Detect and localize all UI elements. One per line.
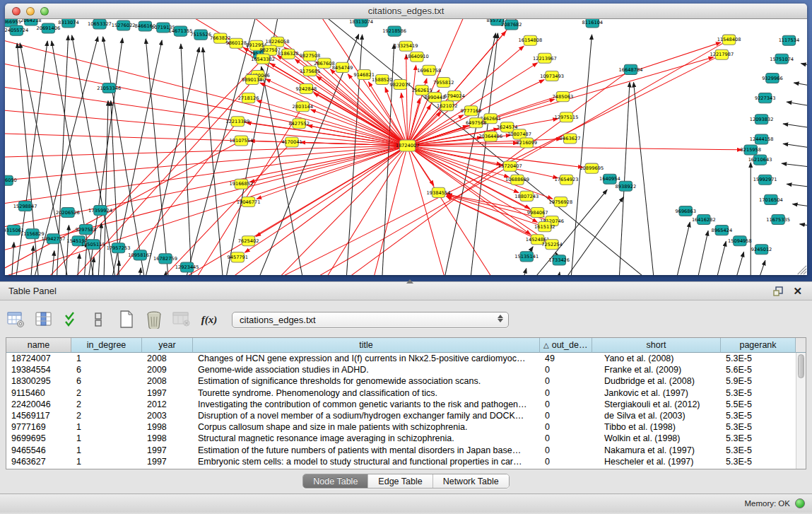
table-cell-out_degree[interactable]: 0: [540, 422, 592, 432]
table-row[interactable]: 911546021997Tourette syndrome. Phenomeno…: [6, 387, 796, 399]
graph-edge[interactable]: [447, 197, 538, 240]
column-header-pagerank[interactable]: pagerank: [721, 338, 796, 353]
graph-node[interactable]: 10973493: [540, 71, 564, 81]
table-cell-name[interactable]: 9115460: [6, 388, 71, 398]
graph-node[interactable]: 19218586: [382, 26, 406, 36]
graph-node[interactable]: 16210643: [748, 155, 772, 165]
table-cell-pagerank[interactable]: 5.3E-5: [721, 457, 796, 467]
table-cell-in_degree[interactable]: 2: [71, 411, 142, 421]
graph-edge[interactable]: [162, 271, 166, 275]
graph-node[interactable]: 7515526: [190, 30, 211, 40]
column-header-name[interactable]: name: [6, 338, 71, 353]
table-cell-title[interactable]: Structural magnetic resonance image aver…: [193, 433, 540, 443]
graph-node[interactable]: 2718126: [238, 93, 259, 103]
table-cell-name[interactable]: 9699695: [6, 433, 71, 443]
table-cell-title[interactable]: Changes of HCN gene expression and I(f) …: [193, 354, 540, 363]
table-cell-out_degree[interactable]: 0: [540, 365, 592, 375]
table-cell-out_degree[interactable]: 0: [540, 388, 592, 398]
graph-node[interactable]: 18107554: [229, 136, 253, 146]
table-cell-short[interactable]: Tibbo et al. (1998): [592, 422, 721, 432]
table-cell-short[interactable]: Jankovic et al. (1997): [592, 388, 721, 398]
graph-node[interactable]: 12213967: [533, 53, 557, 63]
vertical-scrollbar[interactable]: [796, 353, 806, 469]
table-cell-in_degree[interactable]: 1: [71, 422, 142, 432]
table-cell-year[interactable]: 1997: [142, 445, 193, 455]
scrollbar-thumb[interactable]: [798, 354, 804, 378]
graph-edge[interactable]: [106, 40, 162, 275]
table-cell-short[interactable]: Stergiakouli et al. (2012): [592, 399, 721, 409]
table-cell-short[interactable]: Franke et al. (2009): [592, 365, 721, 375]
splitter-handle[interactable]: [406, 279, 413, 284]
function-builder-button[interactable]: f(x): [199, 310, 220, 329]
graph-node[interactable]: 15276022: [112, 21, 136, 30]
graph-node[interactable]: 17654923: [555, 175, 579, 185]
graph-node[interactable]: 10688609: [505, 175, 529, 185]
graph-node[interactable]: 17016504: [759, 194, 783, 204]
graph-edge[interactable]: [136, 268, 141, 275]
graph-edge[interactable]: [408, 146, 453, 275]
graph-edge[interactable]: [787, 184, 807, 189]
graph-node[interactable]: 2803144: [293, 102, 314, 112]
graph-node[interactable]: 9696863: [675, 206, 696, 216]
row-options-button[interactable]: [88, 310, 110, 329]
table-cell-pagerank[interactable]: 5.3E-5: [721, 433, 796, 443]
graph-node[interactable]: 12444158: [750, 134, 774, 144]
graph-node[interactable]: 16154808: [518, 35, 542, 45]
graph-edge[interactable]: [710, 241, 726, 275]
table-cell-out_degree[interactable]: 0: [540, 433, 592, 443]
graph-edge[interactable]: [670, 222, 690, 275]
table-row[interactable]: 2242004622012Investigating the contribut…: [6, 399, 796, 410]
graph-node[interactable]: 15751074: [770, 54, 794, 64]
table-cell-pagerank[interactable]: 5.3E-5: [721, 411, 796, 421]
delete-column-button[interactable]: [143, 310, 165, 329]
table-cell-in_degree[interactable]: 1: [71, 354, 142, 363]
table-cell-name[interactable]: 9465546: [6, 445, 71, 455]
graph-edge[interactable]: [728, 252, 744, 275]
memory-status-indicator[interactable]: [795, 498, 805, 508]
graph-node[interactable]: 21053346: [97, 83, 121, 93]
resize-grip-icon[interactable]: [798, 266, 806, 274]
graph-node[interactable]: 12923445: [175, 262, 199, 272]
table-cell-name[interactable]: 14569117: [6, 411, 71, 421]
graph-node[interactable]: 15298847: [13, 201, 37, 211]
table-row[interactable]: 969969511998Structural magnetic resonanc…: [6, 433, 796, 444]
graph-node[interactable]: 8938922: [616, 181, 637, 191]
graph-node[interactable]: 18640910: [405, 52, 429, 62]
table-settings-button[interactable]: [6, 310, 27, 329]
graph-edge[interactable]: [408, 146, 511, 275]
table-cell-short[interactable]: Nakamura et al. (1997): [592, 445, 721, 455]
graph-node[interactable]: 9242848: [296, 84, 317, 94]
graph-node[interactable]: 9827508: [300, 51, 321, 61]
graph-node[interactable]: 8427552: [288, 119, 310, 129]
graph-edge[interactable]: [794, 83, 807, 90]
graph-node[interactable]: 12975115: [555, 112, 579, 122]
table-cell-name[interactable]: 18300295: [6, 376, 71, 386]
graph-edge[interactable]: [260, 83, 408, 146]
column-header-short[interactable]: short: [592, 338, 721, 353]
column-header-in_degree[interactable]: in_degree: [71, 338, 142, 353]
graph-edge[interactable]: [749, 260, 765, 275]
graph-edge[interactable]: [783, 144, 807, 151]
table-row[interactable]: 1938455462009Genome-wide association stu…: [6, 364, 796, 375]
table-cell-pagerank[interactable]: 5.3E-5: [721, 445, 796, 455]
table-selector-dropdown[interactable]: citations_edges.txt: [232, 312, 509, 328]
table-cell-title[interactable]: Disruption of a novel member of a sodium…: [193, 411, 540, 421]
graph-node[interactable]: 10958167: [128, 250, 152, 260]
table-cell-name[interactable]: 9777169: [6, 422, 71, 432]
tab-node-table[interactable]: Node Table: [303, 474, 368, 488]
graph-node[interactable]: 9297588: [76, 225, 97, 235]
table-cell-in_degree[interactable]: 6: [71, 365, 142, 375]
table-cell-in_degree[interactable]: 1: [71, 433, 142, 443]
table-cell-year[interactable]: 1998: [142, 433, 193, 443]
graph-node[interactable]: 17359924: [88, 205, 112, 215]
table-cell-year[interactable]: 2009: [142, 365, 193, 375]
table-cell-out_degree[interactable]: 49: [540, 354, 592, 363]
graph-node[interactable]: 4170041: [281, 137, 302, 147]
table-row[interactable]: 1872400712008Changes of HCN gene express…: [6, 353, 796, 364]
table-cell-year[interactable]: 2012: [142, 399, 193, 409]
table-cell-year[interactable]: 2008: [142, 354, 193, 363]
select-rows-button[interactable]: [61, 310, 82, 329]
graph-node[interactable]: 9227343: [755, 93, 776, 103]
graph-edge[interactable]: [5, 146, 408, 233]
table-cell-name[interactable]: 18724007: [6, 354, 71, 363]
